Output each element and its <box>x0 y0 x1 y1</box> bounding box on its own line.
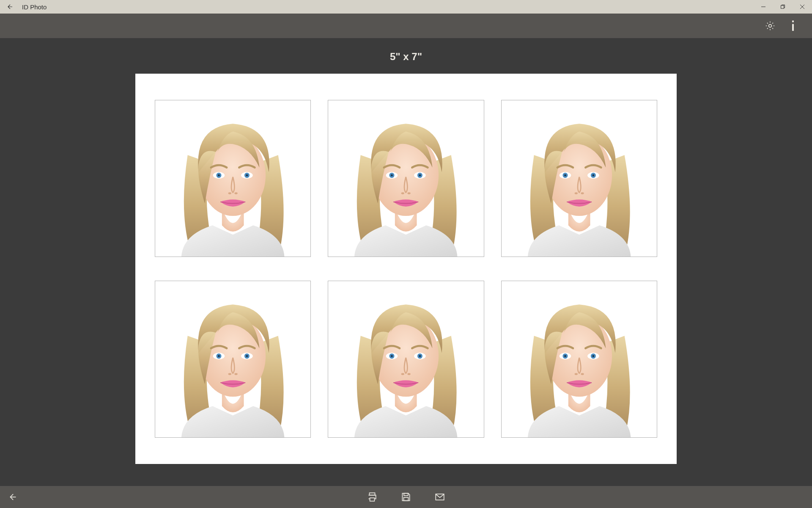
id-photo-portrait <box>328 100 483 257</box>
id-photo-portrait <box>502 100 657 257</box>
svg-point-52 <box>401 373 404 375</box>
svg-point-40 <box>218 355 220 357</box>
mail-icon <box>434 491 445 502</box>
svg-point-11 <box>246 174 248 177</box>
save-button[interactable] <box>398 489 414 505</box>
svg-rect-66 <box>404 493 408 495</box>
photo-cell[interactable] <box>155 100 311 257</box>
sheet-size-label: 5" x 7" <box>390 51 422 63</box>
id-photo-portrait <box>502 281 657 437</box>
svg-point-32 <box>574 192 577 194</box>
svg-point-41 <box>246 355 248 357</box>
window-maximize-button[interactable] <box>773 0 793 14</box>
svg-point-61 <box>592 355 594 357</box>
svg-point-33 <box>581 192 584 194</box>
window-minimize-button[interactable] <box>754 0 773 14</box>
minimize-icon <box>761 4 766 9</box>
app-toolbar <box>0 14 812 38</box>
info-button[interactable] <box>782 14 804 37</box>
svg-point-30 <box>564 174 566 177</box>
window-titlebar: ID Photo <box>0 0 812 14</box>
maximize-icon <box>780 4 785 9</box>
svg-rect-3 <box>792 24 794 31</box>
svg-rect-67 <box>404 497 409 501</box>
gear-icon <box>765 20 776 31</box>
photo-cell[interactable] <box>155 281 311 438</box>
nav-back-button[interactable] <box>0 486 25 508</box>
settings-button[interactable] <box>759 14 782 37</box>
svg-point-23 <box>408 192 411 194</box>
svg-point-10 <box>218 174 220 177</box>
svg-point-13 <box>234 192 237 194</box>
id-photo-portrait <box>155 100 310 257</box>
app-title: ID Photo <box>19 3 47 11</box>
svg-point-53 <box>408 373 411 375</box>
close-icon <box>800 4 805 9</box>
svg-rect-65 <box>370 498 375 501</box>
photo-cell[interactable] <box>328 100 484 257</box>
preview-area: 5" x 7" <box>0 38 812 486</box>
svg-point-50 <box>391 355 393 357</box>
window-close-button[interactable] <box>793 0 812 14</box>
arrow-left-icon <box>8 493 17 501</box>
print-icon <box>367 491 378 502</box>
save-icon <box>401 491 411 502</box>
info-icon <box>788 19 798 32</box>
svg-point-62 <box>574 373 577 375</box>
print-button[interactable] <box>364 489 381 505</box>
svg-point-1 <box>769 25 772 28</box>
svg-point-42 <box>228 373 231 375</box>
svg-point-12 <box>228 192 231 194</box>
svg-point-63 <box>581 373 584 375</box>
svg-rect-0 <box>781 6 784 8</box>
mail-button[interactable] <box>431 489 448 505</box>
svg-point-60 <box>564 355 566 357</box>
bottom-toolbar <box>0 486 812 508</box>
id-photo-portrait <box>328 281 483 437</box>
svg-point-43 <box>234 373 237 375</box>
back-button[interactable] <box>0 0 19 14</box>
svg-rect-2 <box>792 21 794 22</box>
photo-cell[interactable] <box>501 281 657 438</box>
photo-cell[interactable] <box>501 100 657 257</box>
svg-point-20 <box>391 174 393 177</box>
print-sheet <box>135 74 677 464</box>
svg-point-21 <box>419 174 421 177</box>
photo-cell[interactable] <box>328 281 484 438</box>
svg-point-31 <box>592 174 594 177</box>
svg-point-51 <box>419 355 421 357</box>
svg-point-22 <box>401 192 404 194</box>
id-photo-portrait <box>155 281 310 437</box>
arrow-left-icon <box>6 3 13 10</box>
